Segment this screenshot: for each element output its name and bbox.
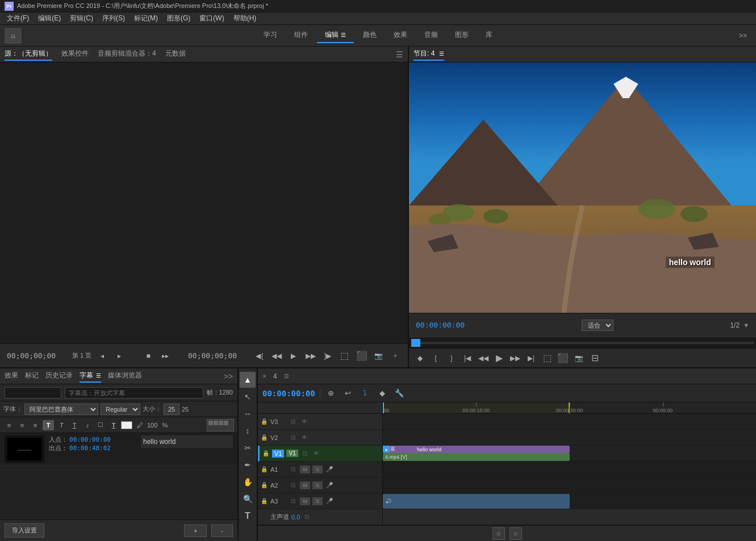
lock-v2[interactable]: 🔒 (260, 434, 268, 442)
subtitle-overflow-icon[interactable]: >> (224, 372, 233, 381)
track-visible-v3[interactable]: 👁 (300, 417, 309, 426)
clip-audio-a3[interactable]: 🔊 (383, 494, 570, 509)
btn-export-frame-prog[interactable]: 📷 (573, 352, 585, 364)
btn-step-back-prog[interactable]: ◀◀ (477, 352, 490, 364)
timeline-playhead[interactable] (383, 402, 384, 413)
btn-step-forward-source[interactable]: ▸▸ (159, 350, 172, 362)
tl-btn-insert-link[interactable]: ⤵ (359, 387, 371, 400)
btn-go-in-prog[interactable]: |◀ (461, 352, 474, 364)
btn-overwrite[interactable]: ⬛ (356, 350, 368, 362)
delete-subtitle-button[interactable]: - (211, 525, 233, 537)
btn-settings-prog[interactable]: ⊟ (588, 352, 601, 364)
tab-effects[interactable]: 效果 (386, 28, 415, 43)
subtitle-flow-input[interactable] (65, 387, 203, 399)
tab-assembly[interactable]: 组件 (286, 28, 316, 43)
tab-history[interactable]: 历史记录 (45, 370, 73, 383)
btn-next-frame-source[interactable]: ▶▶ (304, 350, 317, 362)
btn-italic[interactable]: T (56, 420, 67, 430)
track-target-v1[interactable]: V1 (272, 450, 284, 458)
tab-edit[interactable]: 编辑 ☰ (317, 28, 354, 43)
timeline-timecode[interactable]: 00:00:00:00 (262, 389, 315, 398)
track-sync-v1[interactable]: ⊡ (300, 449, 310, 458)
tl-btn-settings[interactable]: 🔧 (393, 387, 406, 400)
tab-metadata[interactable]: 元数据 (165, 48, 186, 61)
track-visible-v1[interactable]: 👁 (312, 449, 321, 458)
timeline-tab-menu[interactable]: ☰ (284, 373, 289, 379)
menu-window[interactable]: 窗口(W) (195, 12, 228, 24)
btn-music[interactable]: ♪ (82, 420, 93, 430)
tool-type[interactable]: T (240, 508, 256, 524)
btn-step-fwd-prog[interactable]: ▶▶ (509, 352, 521, 364)
tool-slip[interactable]: ↕ (240, 423, 256, 439)
tool-razor[interactable]: ✂ (240, 440, 256, 456)
btn-stop-square[interactable]: ■ (142, 350, 154, 362)
btn-page-prev[interactable]: ◂ (96, 350, 108, 362)
scrub-track[interactable] (416, 342, 754, 344)
font-select[interactable]: 阿里巴巴普惠体 (24, 404, 98, 415)
track-sync-v3[interactable]: ⊡ (289, 417, 298, 426)
btn-insert[interactable]: ⬚ (339, 350, 351, 362)
btn-underline[interactable]: T (69, 420, 80, 430)
grid-view-toggle[interactable] (207, 419, 234, 431)
track-visible-v2[interactable]: 👁 (300, 433, 309, 442)
clip-title-v1[interactable]: 字幕 (383, 446, 570, 453)
tab-graphics[interactable]: 图形 (447, 28, 477, 43)
tool-select[interactable]: ▲ (240, 372, 256, 388)
tab-learn[interactable]: 学习 (256, 28, 285, 43)
add-clip-button-2[interactable]: ○ (509, 527, 522, 540)
btn-page-next[interactable]: ▸ (113, 350, 126, 362)
track-s-a3[interactable]: S (312, 497, 323, 505)
tool-pen[interactable]: ✒ (240, 457, 256, 473)
btn-insert-prog[interactable]: ⬚ (541, 352, 553, 364)
program-scrub-bar[interactable] (409, 337, 756, 348)
tab-audio-mixer[interactable]: 音频剪辑混合器：4 (98, 48, 156, 61)
track-sync-a3[interactable]: ⊡ (289, 497, 298, 506)
program-timecode[interactable]: 00:00:00:00 (416, 321, 465, 329)
timeline-close-icon[interactable]: × (262, 372, 266, 380)
tab-program[interactable]: 节目: 4 ☰ (413, 48, 444, 61)
btn-play-source[interactable]: ▶ (287, 350, 300, 362)
btn-align-center[interactable]: ≡ (16, 420, 28, 430)
lock-a3[interactable]: 🔒 (260, 497, 268, 505)
btn-box[interactable]: ☐ (95, 420, 106, 430)
track-m-a1[interactable]: M (300, 465, 310, 473)
menu-sequence[interactable]: 序列(S) (98, 12, 130, 24)
fit-dropdown[interactable]: 适合 (582, 320, 613, 331)
import-settings-button[interactable]: 导入设置 (5, 523, 44, 538)
tab-markers[interactable]: 标记 (25, 370, 39, 383)
tl-btn-mark[interactable]: ◆ (376, 387, 389, 400)
btn-align-right[interactable]: ≡ (30, 420, 41, 430)
menu-graphics[interactable]: 图形(G) (162, 12, 195, 24)
track-mic-a2[interactable]: 🎤 (325, 481, 334, 490)
btn-go-out-prog[interactable]: ▶| (525, 352, 537, 364)
tab-subtitles[interactable]: 字幕 ☰ (80, 370, 101, 383)
track-sync-a2[interactable]: ⊡ (289, 481, 298, 490)
source-panel-menu-icon[interactable]: ☰ (396, 50, 403, 59)
size-input[interactable] (164, 404, 179, 415)
tab-effect-controls[interactable]: 效果控件 (61, 48, 89, 61)
btn-paint[interactable]: 🖊 (134, 420, 145, 430)
menu-clip[interactable]: 剪辑(C) (65, 12, 98, 24)
track-sync-a1[interactable]: ⊡ (289, 465, 298, 474)
style-select[interactable]: Regular (101, 404, 140, 415)
tab-media-browser[interactable]: 媒体浏览器 (108, 370, 142, 383)
track-master-end[interactable]: ⊡ (302, 513, 311, 522)
workspace-overflow[interactable]: >> (734, 30, 751, 42)
track-s-a1[interactable]: S (312, 465, 323, 473)
tl-btn-undo[interactable]: ↩ (342, 387, 354, 400)
btn-mark-bracket-left[interactable]: { (429, 352, 442, 364)
lock-a2[interactable]: 🔒 (260, 481, 268, 489)
home-button[interactable]: ⌂ (5, 28, 22, 44)
menu-file[interactable]: 文件(F) (2, 12, 34, 24)
add-clip-button[interactable]: ○ (492, 527, 505, 540)
track-mic-a1[interactable]: 🎤 (325, 465, 334, 474)
btn-text-style[interactable]: T (108, 420, 119, 430)
lock-v1[interactable]: 🔒 (262, 450, 270, 458)
add-subtitle-button[interactable]: + (184, 525, 207, 537)
btn-overwrite-prog[interactable]: ⬛ (557, 352, 569, 364)
btn-mark-bracket-right[interactable]: } (445, 352, 458, 364)
btn-play-prog[interactable]: ▶ (493, 352, 506, 364)
tool-hand[interactable]: ✋ (240, 474, 256, 490)
source-timecode-left[interactable]: 00;00;00;00 (7, 351, 56, 360)
lock-a1[interactable]: 🔒 (260, 465, 268, 473)
